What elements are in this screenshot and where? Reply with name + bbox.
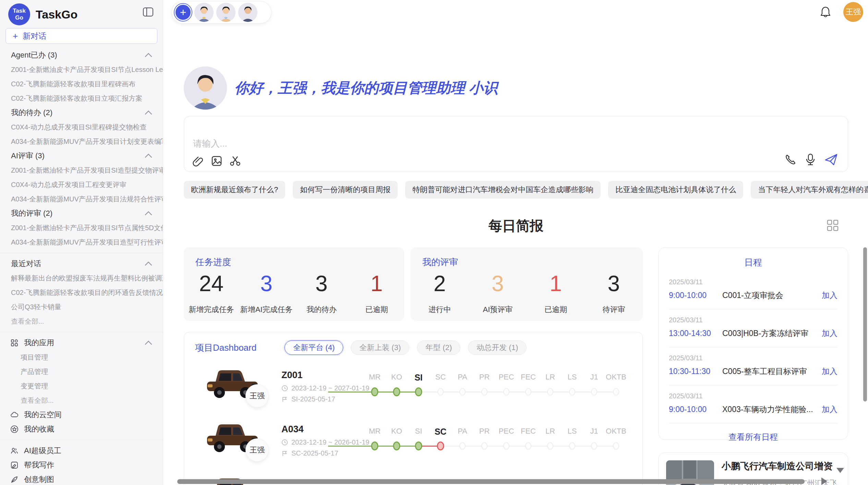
vertical-scrollbar[interactable] [863,247,867,401]
scissors-icon[interactable] [229,155,241,167]
sidebar-section-header[interactable]: 我的待办 (2) [0,105,163,120]
project-row[interactable]: 王强Z0012023-12-19 ~ 2027-01-19SI-2025-05-… [184,362,642,416]
chat-input[interactable]: 请输入... [184,116,848,172]
sidebar-item-star[interactable]: 我的收藏 [0,422,163,436]
agent-avatar-1[interactable] [194,3,214,22]
chevron-up-icon[interactable] [144,109,153,117]
section-title: 我的待办 (2) [11,108,52,118]
sidebar-item[interactable]: Z001-全新燃油皮卡产品开发项目SI节点Lesson Learn报告 [0,62,163,77]
app-title: TaskGo [36,8,77,21]
join-meeting-link[interactable]: 加入 [822,404,837,415]
news-title: 小鹏飞行汽车制造公司增资 [722,460,840,472]
suggestion-chip[interactable]: 如何写一份清晰的项目周报 [293,181,398,199]
sidebar-item[interactable]: C0X4-动力总成开发项目工程变更评审 [0,177,163,192]
layout-grid-icon[interactable] [827,219,839,232]
sidebar-item-write[interactable]: 帮我写作 [0,458,163,472]
join-meeting-link[interactable]: 加入 [822,366,837,377]
milestone-dot [591,442,597,450]
schedule-date: 2025/03/11 [669,316,837,324]
bell-icon[interactable] [820,6,831,18]
sidebar-section-header[interactable]: Agent已办 (3) [0,48,163,62]
stat-value: 3 [239,272,294,296]
horizontal-scrollbar[interactable] [177,479,805,484]
phone-icon[interactable] [785,154,796,165]
milestone-label: PA [458,373,467,382]
stat-value: 24 [184,272,239,296]
main-area: + 王强 你好，王强，我是你的项目管理助理 小识 请输入... [163,0,868,485]
agent-avatar-2[interactable] [216,3,236,22]
stat: 3我的待办 [294,272,349,315]
chevron-up-icon[interactable] [144,51,153,59]
agent-avatar-3[interactable] [238,3,257,22]
microphone-icon[interactable] [805,153,816,166]
sidebar-item-my-apps[interactable]: 我的应用 [0,336,163,350]
dashboard-tab[interactable]: 全新平台 (4) [285,340,343,355]
sidebar-item[interactable]: A034-全新新能源MUV产品开发项目造型可行性评审 [0,235,163,249]
send-icon[interactable] [824,153,838,166]
join-meeting-link[interactable]: 加入 [822,290,837,301]
chevron-up-icon[interactable] [144,152,153,160]
add-agent-button[interactable]: + [174,4,192,21]
sidebar-item[interactable]: Z001-全新燃油轻卡产品开发项目SI造型提交物评审 [0,163,163,177]
sidebar-item[interactable]: 公司Q3轻卡销量 [0,300,163,314]
milestone-dot [415,387,422,396]
sidebar-section-header[interactable]: 我的评审 (2) [0,206,163,221]
cloud-icon [10,411,19,419]
sidebar-item-people[interactable]: AI超级员工 [0,444,163,458]
sidebar-section-header[interactable]: AI评审 (3) [0,149,163,163]
scroll-down-arrow[interactable] [836,468,844,473]
suggestion-chip[interactable]: 当下年轻人对汽车外观有怎样的喜好趋势 [751,181,868,199]
sidebar-item[interactable]: C0X4-动力总成开发项目SI里程碑提交物检查 [0,120,163,134]
chevron-up-icon[interactable] [144,339,153,347]
sidebar-item[interactable]: 项目管理 [0,350,163,364]
sidebar-section-header[interactable]: 最近对话 [0,257,163,271]
sidebar-item-label: 创意制图 [24,474,54,485]
suggestion-chip[interactable]: 比亚迪全固态电池计划具体说了什么 [608,181,743,199]
sidebar-item[interactable]: 解释最新出台的欧盟报废车法规再生塑料比例被调至15%... [0,271,163,285]
my-review-stats: 2进行中3AI预评审1已逾期3待评审 [411,272,643,315]
sidebar-item[interactable]: A034-全新新能源MUV产品开发项目法规符合性评审 [0,192,163,206]
new-chat-button[interactable]: + 新对话 [5,28,157,44]
suggestion-chip[interactable]: 欧洲新规最近颁布了什么? [184,181,285,199]
stat-label: AI预评审 [469,304,527,315]
dashboard-tab[interactable]: 动总开发 (1) [468,340,527,355]
sidebar-item[interactable]: 产品管理 [0,364,163,379]
suggestion-chip[interactable]: 特朗普可能对进口汽车增税会对中国车企造成哪些影响 [405,181,601,199]
sidebar-item[interactable]: C02-飞腾新能源轻客改款项目立项汇报方案 [0,91,163,105]
sidebar-item[interactable]: Z001-全新燃油轻卡产品开发项目SI节点属性5D文件评审 [0,221,163,235]
project-row[interactable]: 王强A0342023-12-19 ~ 2026-01-19SC-2025-05-… [184,416,642,471]
join-meeting-link[interactable]: 加入 [822,328,837,339]
chevron-up-icon[interactable] [144,260,153,268]
sidebar-collapse-icon[interactable] [143,8,153,16]
sidebar-item[interactable]: 查看全部... [0,393,163,408]
stat-value: 1 [349,272,404,296]
milestone-label: LS [568,427,577,436]
milestone-label: J1 [590,373,598,382]
image-icon[interactable] [211,155,222,167]
view-all-schedule-link[interactable]: 查看所有日程 [669,432,837,443]
milestone-label: PEC [498,373,514,382]
milestone-dot [569,442,575,450]
sidebar-item-cloud[interactable]: 我的云空间 [0,408,163,422]
write-icon [10,461,19,469]
milestone-dot [481,442,487,450]
stat-value: 3 [469,272,527,296]
sidebar-item[interactable]: 变更管理 [0,379,163,393]
sidebar-item[interactable]: C02-飞腾新能源轻客改款项目里程碑画布 [0,77,163,91]
apps [10,339,19,347]
milestone-dot [591,388,597,396]
dashboard-tab[interactable]: 年型 (2) [417,340,460,355]
chevron-up-icon[interactable] [144,209,153,217]
sidebar-item[interactable]: C02-飞腾新能源轻客改款项目的闭环通告反馈情况 [0,285,163,300]
sidebar-item-pen[interactable]: 创意制图 [0,472,163,485]
dashboard-tabs: 全新平台 (4)全新上装 (3)年型 (2)动总开发 (1) [285,340,527,355]
user-avatar[interactable]: 王强 [843,2,863,22]
schedule-item: 2025/03/1113:00-14:30C003|H0B-方案冻结评审加入 [669,309,837,347]
scroll-right-arrow[interactable] [821,477,827,485]
milestone-label: OKTB [606,373,626,382]
divider [0,253,163,253]
sidebar-item[interactable]: 查看全部... [0,314,163,328]
sidebar-item[interactable]: A034-全新新能源MUV产品开发项目计划变更表编写 [0,134,163,149]
dashboard-tab[interactable]: 全新上装 (3) [351,340,409,355]
paperclip-icon[interactable] [192,155,204,167]
